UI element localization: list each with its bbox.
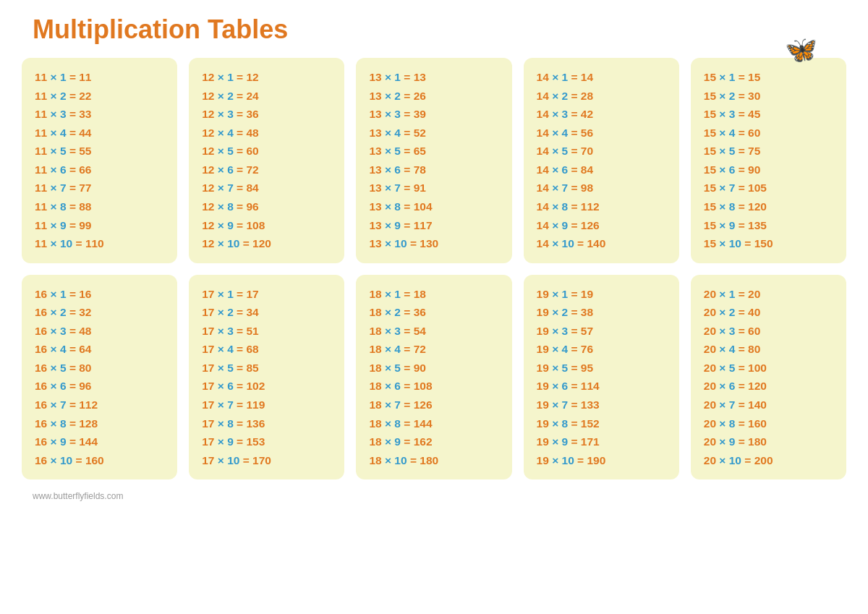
base-num: 14 [537, 200, 549, 213]
result: 77 [79, 182, 91, 194]
table-row: 14 × 7 = 98 [537, 179, 666, 197]
equals: = [739, 435, 745, 448]
multiplier: 5 [227, 145, 234, 157]
result: 170 [252, 454, 271, 466]
base-num: 16 [35, 398, 47, 411]
result: 16 [79, 288, 91, 300]
result: 48 [79, 325, 91, 337]
equals: = [69, 163, 76, 176]
result: 48 [246, 127, 258, 139]
table-card-16: 16 × 1 = 1616 × 2 = 3216 × 3 = 4816 × 4 … [22, 275, 177, 480]
equals: = [237, 145, 243, 157]
base-num: 17 [202, 343, 214, 355]
operator: × [552, 435, 558, 448]
equals: = [744, 237, 751, 250]
result: 84 [246, 182, 258, 194]
result: 140 [748, 398, 767, 411]
multiplier: 3 [729, 108, 736, 120]
table-row: 16 × 10 = 160 [35, 451, 164, 470]
table-row: 17 × 3 = 51 [202, 322, 331, 341]
operator: × [385, 325, 391, 337]
multiplier: 5 [562, 145, 569, 157]
table-row: 15 × 4 = 60 [704, 124, 833, 142]
operator: × [552, 237, 558, 250]
table-row: 14 × 4 = 56 [537, 124, 666, 142]
base-num: 16 [35, 306, 47, 318]
multiplier: 10 [394, 237, 407, 250]
table-row: 14 × 5 = 70 [537, 142, 666, 161]
equals: = [571, 163, 577, 176]
table-row: 15 × 8 = 120 [704, 197, 833, 216]
base-num: 12 [202, 182, 214, 194]
multiplier: 9 [227, 219, 234, 231]
table-row: 13 × 8 = 104 [369, 197, 498, 216]
base-num: 20 [704, 435, 716, 448]
base-num: 14 [537, 127, 549, 139]
result: 84 [581, 163, 593, 176]
operator: × [719, 417, 726, 430]
base-num: 13 [369, 182, 381, 194]
equals: = [69, 219, 76, 231]
operator: × [218, 288, 224, 300]
base-num: 18 [369, 343, 381, 355]
operator: × [552, 145, 558, 157]
base-num: 17 [202, 380, 214, 392]
table-row: 12 × 10 = 120 [202, 234, 331, 253]
operator: × [719, 306, 726, 318]
operator: × [385, 182, 391, 194]
table-row: 17 × 6 = 102 [202, 377, 331, 396]
multiplier: 3 [227, 325, 234, 337]
result: 100 [748, 362, 767, 374]
base-num: 16 [35, 417, 47, 430]
base-num: 15 [704, 200, 716, 213]
result: 13 [414, 71, 426, 83]
operator: × [51, 306, 57, 318]
operator: × [719, 398, 726, 411]
equals: = [739, 380, 745, 392]
base-num: 12 [202, 145, 214, 157]
table-row: 16 × 8 = 128 [35, 414, 164, 433]
multiplier: 2 [60, 306, 67, 318]
page-title: Multiplication Tables [33, 14, 846, 45]
multiplier: 7 [562, 398, 569, 411]
result: 57 [581, 325, 593, 337]
operator: × [552, 90, 558, 102]
multiplier: 2 [562, 90, 569, 102]
multiplier: 6 [227, 380, 234, 392]
multiplier: 4 [60, 343, 67, 355]
equals: = [571, 71, 577, 83]
equals: = [744, 454, 751, 466]
operator: × [218, 163, 224, 176]
result: 180 [748, 435, 767, 448]
multiplier: 7 [729, 398, 736, 411]
operator: × [552, 417, 558, 430]
multiplier: 2 [227, 90, 234, 102]
operator: × [51, 219, 57, 231]
multiplier: 4 [227, 343, 234, 355]
multiplier: 7 [562, 182, 569, 194]
equals: = [69, 362, 76, 374]
base-num: 15 [704, 182, 716, 194]
operator: × [719, 237, 726, 250]
base-num: 13 [369, 200, 381, 213]
footer-text: www.butterflyfields.com [33, 491, 846, 501]
multiplier: 8 [729, 200, 736, 213]
multiplier: 4 [562, 127, 569, 139]
table-row: 14 × 6 = 84 [537, 161, 666, 179]
result: 117 [414, 219, 433, 231]
table-card-11: 11 × 1 = 1111 × 2 = 2211 × 3 = 3311 × 4 … [22, 58, 177, 263]
equals: = [69, 398, 76, 411]
base-num: 12 [202, 200, 214, 213]
operator: × [51, 417, 57, 430]
base-num: 13 [369, 71, 381, 83]
result: 11 [79, 71, 91, 83]
table-row: 13 × 6 = 78 [369, 161, 498, 179]
equals: = [739, 219, 745, 231]
equals: = [69, 71, 76, 83]
table-row: 16 × 7 = 112 [35, 396, 164, 414]
operator: × [552, 127, 558, 139]
result: 60 [748, 325, 760, 337]
multiplier: 10 [729, 454, 741, 466]
multiplier: 9 [60, 435, 67, 448]
equals: = [571, 362, 577, 374]
